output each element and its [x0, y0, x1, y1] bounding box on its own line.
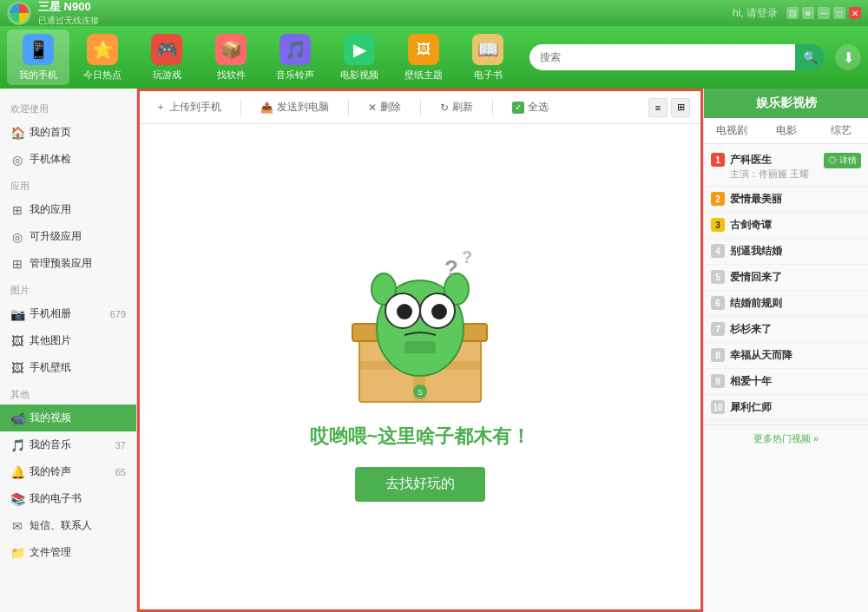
sidebar-item-upgrade[interactable]: ◎ 可升级应用	[0, 223, 136, 250]
selectall-label: 全选	[528, 100, 549, 115]
tab-tv[interactable]: 电视剧	[704, 118, 759, 143]
list-item[interactable]: 9 相爱十年	[704, 369, 868, 395]
content-body: ? ? S 哎哟喂~这里啥子都木有！ 去找好玩的	[140, 124, 700, 609]
item-title: 爱情回来了	[730, 270, 861, 285]
nav-label-soft: 找软件	[217, 69, 246, 82]
list-item[interactable]: 1 产科医生 主演：佟丽娅 王耀 ◎ 详情	[704, 148, 868, 187]
toolbar-sep-3	[420, 100, 421, 115]
sidebar-item-check[interactable]: ◎ 手机体检	[0, 146, 136, 173]
sidebar-label-sms: 短信、联系人	[30, 518, 92, 533]
item-info: 杉杉来了	[730, 322, 861, 337]
list-view-btn[interactable]: ≡	[648, 98, 667, 117]
item-sub: 主演：佟丽娅 王耀	[730, 168, 819, 181]
list-item[interactable]: 4 别逼我结婚	[704, 239, 868, 265]
item-info: 幸福从天而降	[730, 348, 861, 363]
ebook-nav-icon: 📖	[472, 34, 503, 65]
sidebar-label-upgrade: 可升级应用	[30, 229, 82, 244]
list-item[interactable]: 2 爱情最美丽	[704, 187, 868, 213]
nav-item-game[interactable]: 🎮 玩游戏	[135, 30, 198, 85]
item-info: 相爱十年	[730, 374, 861, 389]
upgrade-icon: ◎	[10, 230, 24, 244]
sidebar-item-preinstall[interactable]: ⊞ 管理预装应用	[0, 250, 136, 277]
item-info: 爱情最美丽	[730, 192, 861, 207]
soft-nav-icon: 📦	[215, 34, 247, 65]
sidebar-item-file[interactable]: 📁 文件管理	[0, 539, 136, 566]
otherpic-icon: 🖼	[10, 334, 24, 348]
toolbar-sep-4	[492, 100, 493, 115]
sidebar-label-ringtone: 我的铃声	[30, 464, 71, 479]
restore-btn[interactable]: ⊡	[786, 7, 799, 19]
svg-text:S: S	[418, 388, 423, 397]
list-item[interactable]: 10 犀利仁师	[704, 395, 868, 421]
music-nav-icon: 🎵	[279, 34, 311, 65]
login-text[interactable]: hi, 请登录	[733, 6, 778, 21]
more-videos-link[interactable]: 更多热门视频 »	[704, 424, 868, 452]
detail-button[interactable]: ◎ 详情	[824, 153, 861, 168]
item-info: 古剑奇谭	[730, 218, 861, 233]
item-info: 犀利仁师	[730, 400, 861, 415]
selectall-btn[interactable]: ✓ 全选	[507, 97, 554, 117]
sidebar-item-otherpic[interactable]: 🖼 其他图片	[0, 327, 136, 354]
upload-label: 上传到手机	[169, 100, 221, 115]
sidebar-item-ebook[interactable]: 📚 我的电子书	[0, 485, 136, 512]
sidebar-item-home[interactable]: 🏠 我的首页	[0, 119, 136, 146]
rank-badge: 9	[711, 374, 725, 388]
file-icon: 📁	[10, 546, 24, 560]
minimize-btn[interactable]: ─	[818, 7, 830, 19]
search-bar: 🔍	[529, 44, 825, 70]
search-button[interactable]: 🔍	[795, 44, 825, 70]
grid-view-btn[interactable]: ⊞	[671, 98, 690, 117]
sidebar-welcome: 欢迎使用	[0, 95, 136, 119]
nav-item-music[interactable]: 🎵 音乐铃声	[264, 30, 326, 85]
sidebar-label-preinstall: 管理预装应用	[30, 256, 92, 271]
navbar: 📱 我的手机 ⭐ 今日热点 🎮 玩游戏 📦 找软件 🎵 音乐铃声 ▶ 电影视频 …	[0, 26, 868, 89]
video-nav-icon: ▶	[344, 34, 375, 65]
list-item[interactable]: 5 爱情回来了	[704, 265, 868, 291]
find-button[interactable]: 去找好玩的	[355, 467, 485, 502]
tab-movie[interactable]: 电影	[759, 118, 813, 143]
item-title: 杉杉来了	[730, 322, 861, 337]
sidebar-item-sms[interactable]: ✉ 短信、联系人	[0, 512, 136, 539]
rank-badge: 5	[711, 270, 725, 284]
sidebar-item-photo[interactable]: 📷 手机相册 679	[0, 300, 136, 327]
item-title: 别逼我结婚	[730, 244, 861, 259]
nav-item-hot[interactable]: ⭐ 今日热点	[71, 30, 134, 85]
item-title: 产科医生	[730, 153, 819, 168]
logo-inner	[10, 3, 29, 23]
panel-list: 1 产科医生 主演：佟丽娅 王耀 ◎ 详情 2 爱情最美丽 3 古剑奇谭	[704, 144, 868, 424]
sidebar-item-music[interactable]: 🎵 我的音乐 37	[0, 431, 136, 458]
ringtone-badge: 65	[115, 467, 126, 477]
send-btn[interactable]: 📤 发送到电脑	[255, 97, 334, 117]
close-btn[interactable]: ✕	[849, 7, 861, 19]
sidebar-item-ringtone[interactable]: 🔔 我的铃声 65	[0, 458, 136, 485]
panel-title: 娱乐影视榜	[704, 89, 868, 118]
list-item[interactable]: 3 古剑奇谭	[704, 213, 868, 239]
sidebar: 欢迎使用 🏠 我的首页 ◎ 手机体检 应用 ⊞ 我的应用 ◎ 可升级应用 ⊞ 管…	[0, 89, 137, 612]
nav-item-ebook[interactable]: 📖 电子书	[457, 30, 519, 85]
right-panel: 娱乐影视榜 电视剧 电影 综艺 1 产科医生 主演：佟丽娅 王耀 ◎ 详情 2 …	[703, 89, 868, 612]
nav-item-wall[interactable]: 🖼 壁纸主题	[392, 30, 455, 85]
myapp-icon: ⊞	[10, 203, 24, 217]
maximize-btn[interactable]: □	[833, 7, 845, 19]
list-item[interactable]: 7 杉杉来了	[704, 317, 868, 343]
delete-btn[interactable]: ✕ 删除	[363, 97, 406, 117]
sidebar-label-otherpic: 其他图片	[30, 333, 71, 348]
download-button[interactable]: ⬇	[835, 44, 861, 70]
svg-point-10	[397, 304, 412, 319]
upload-btn[interactable]: ＋ 上传到手机	[150, 97, 227, 117]
sidebar-item-myapp[interactable]: ⊞ 我的应用	[0, 196, 136, 223]
refresh-btn[interactable]: ↻ 刷新	[435, 97, 478, 117]
empty-message: 哎哟喂~这里啥子都木有！	[310, 424, 531, 450]
list-btn[interactable]: ≡	[802, 7, 814, 19]
item-title: 犀利仁师	[730, 400, 861, 415]
list-item[interactable]: 8 幸福从天而降	[704, 343, 868, 369]
toolbar-sep-1	[240, 100, 241, 115]
nav-item-soft[interactable]: 📦 找软件	[200, 30, 262, 85]
nav-item-video[interactable]: ▶ 电影视频	[328, 30, 391, 85]
nav-item-phone[interactable]: 📱 我的手机	[7, 30, 69, 85]
tab-variety[interactable]: 综艺	[813, 118, 868, 143]
sidebar-item-wallpaper[interactable]: 🖼 手机壁纸	[0, 354, 136, 381]
sidebar-item-video[interactable]: 📹 我的视频	[0, 405, 136, 431]
search-input[interactable]	[529, 44, 795, 70]
list-item[interactable]: 6 结婚前规则	[704, 291, 868, 317]
